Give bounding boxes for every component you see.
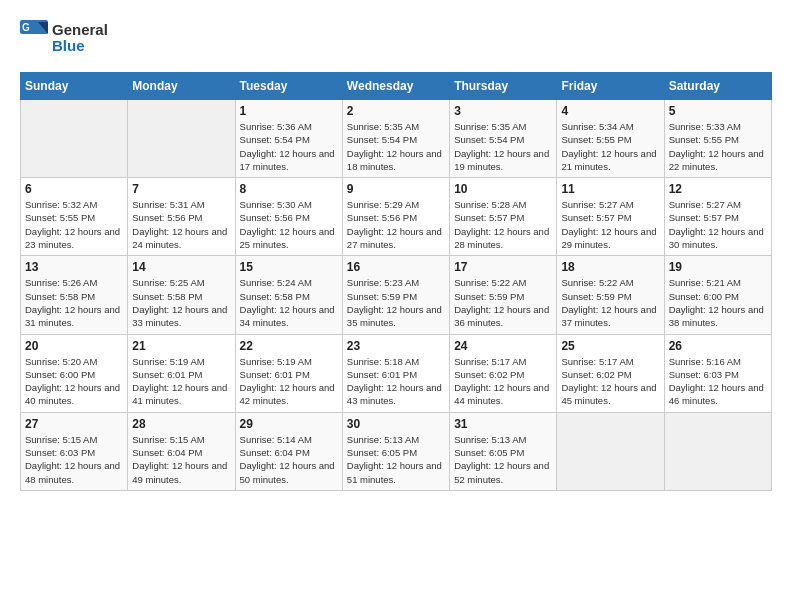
day-number: 6 <box>25 182 123 196</box>
logo-icon: G <box>20 20 50 56</box>
day-number: 23 <box>347 339 445 353</box>
calendar-week-1: 1Sunrise: 5:36 AMSunset: 5:54 PMDaylight… <box>21 100 772 178</box>
weekday-header-sunday: Sunday <box>21 73 128 100</box>
day-details: Sunrise: 5:20 AMSunset: 6:00 PMDaylight:… <box>25 356 120 407</box>
day-number: 16 <box>347 260 445 274</box>
day-number: 29 <box>240 417 338 431</box>
weekday-header-wednesday: Wednesday <box>342 73 449 100</box>
weekday-header-saturday: Saturday <box>664 73 771 100</box>
calendar-cell: 27Sunrise: 5:15 AMSunset: 6:03 PMDayligh… <box>21 412 128 490</box>
day-details: Sunrise: 5:19 AMSunset: 6:01 PMDaylight:… <box>240 356 335 407</box>
day-details: Sunrise: 5:22 AMSunset: 5:59 PMDaylight:… <box>561 277 656 328</box>
day-number: 4 <box>561 104 659 118</box>
logo: G General Blue <box>20 20 108 56</box>
day-number: 20 <box>25 339 123 353</box>
day-details: Sunrise: 5:24 AMSunset: 5:58 PMDaylight:… <box>240 277 335 328</box>
day-number: 31 <box>454 417 552 431</box>
calendar-cell: 16Sunrise: 5:23 AMSunset: 5:59 PMDayligh… <box>342 256 449 334</box>
weekday-header-friday: Friday <box>557 73 664 100</box>
calendar-cell: 31Sunrise: 5:13 AMSunset: 6:05 PMDayligh… <box>450 412 557 490</box>
calendar-cell: 17Sunrise: 5:22 AMSunset: 5:59 PMDayligh… <box>450 256 557 334</box>
calendar-cell: 12Sunrise: 5:27 AMSunset: 5:57 PMDayligh… <box>664 178 771 256</box>
day-number: 2 <box>347 104 445 118</box>
logo-text: General Blue <box>52 22 108 55</box>
day-number: 8 <box>240 182 338 196</box>
day-number: 18 <box>561 260 659 274</box>
calendar-cell: 20Sunrise: 5:20 AMSunset: 6:00 PMDayligh… <box>21 334 128 412</box>
weekday-header-tuesday: Tuesday <box>235 73 342 100</box>
calendar-cell: 13Sunrise: 5:26 AMSunset: 5:58 PMDayligh… <box>21 256 128 334</box>
day-details: Sunrise: 5:35 AMSunset: 5:54 PMDaylight:… <box>454 121 549 172</box>
day-details: Sunrise: 5:29 AMSunset: 5:56 PMDaylight:… <box>347 199 442 250</box>
day-number: 5 <box>669 104 767 118</box>
calendar-cell: 9Sunrise: 5:29 AMSunset: 5:56 PMDaylight… <box>342 178 449 256</box>
day-number: 3 <box>454 104 552 118</box>
calendar-cell <box>557 412 664 490</box>
day-details: Sunrise: 5:19 AMSunset: 6:01 PMDaylight:… <box>132 356 227 407</box>
calendar-cell: 21Sunrise: 5:19 AMSunset: 6:01 PMDayligh… <box>128 334 235 412</box>
day-number: 14 <box>132 260 230 274</box>
svg-text:G: G <box>22 22 30 33</box>
day-details: Sunrise: 5:17 AMSunset: 6:02 PMDaylight:… <box>454 356 549 407</box>
calendar-cell: 22Sunrise: 5:19 AMSunset: 6:01 PMDayligh… <box>235 334 342 412</box>
calendar-cell: 15Sunrise: 5:24 AMSunset: 5:58 PMDayligh… <box>235 256 342 334</box>
day-number: 25 <box>561 339 659 353</box>
day-details: Sunrise: 5:31 AMSunset: 5:56 PMDaylight:… <box>132 199 227 250</box>
calendar-cell: 1Sunrise: 5:36 AMSunset: 5:54 PMDaylight… <box>235 100 342 178</box>
day-number: 11 <box>561 182 659 196</box>
logo: G General Blue <box>20 20 108 56</box>
day-details: Sunrise: 5:33 AMSunset: 5:55 PMDaylight:… <box>669 121 764 172</box>
calendar-cell: 6Sunrise: 5:32 AMSunset: 5:55 PMDaylight… <box>21 178 128 256</box>
day-details: Sunrise: 5:15 AMSunset: 6:04 PMDaylight:… <box>132 434 227 485</box>
day-number: 9 <box>347 182 445 196</box>
calendar-cell: 25Sunrise: 5:17 AMSunset: 6:02 PMDayligh… <box>557 334 664 412</box>
calendar-cell: 26Sunrise: 5:16 AMSunset: 6:03 PMDayligh… <box>664 334 771 412</box>
day-details: Sunrise: 5:15 AMSunset: 6:03 PMDaylight:… <box>25 434 120 485</box>
weekday-header-monday: Monday <box>128 73 235 100</box>
day-details: Sunrise: 5:36 AMSunset: 5:54 PMDaylight:… <box>240 121 335 172</box>
calendar-cell: 5Sunrise: 5:33 AMSunset: 5:55 PMDaylight… <box>664 100 771 178</box>
day-details: Sunrise: 5:14 AMSunset: 6:04 PMDaylight:… <box>240 434 335 485</box>
calendar-cell: 4Sunrise: 5:34 AMSunset: 5:55 PMDaylight… <box>557 100 664 178</box>
day-number: 15 <box>240 260 338 274</box>
calendar-week-5: 27Sunrise: 5:15 AMSunset: 6:03 PMDayligh… <box>21 412 772 490</box>
day-number: 21 <box>132 339 230 353</box>
day-details: Sunrise: 5:13 AMSunset: 6:05 PMDaylight:… <box>347 434 442 485</box>
day-number: 10 <box>454 182 552 196</box>
day-number: 28 <box>132 417 230 431</box>
calendar-week-4: 20Sunrise: 5:20 AMSunset: 6:00 PMDayligh… <box>21 334 772 412</box>
day-number: 13 <box>25 260 123 274</box>
calendar-cell <box>128 100 235 178</box>
calendar-cell: 28Sunrise: 5:15 AMSunset: 6:04 PMDayligh… <box>128 412 235 490</box>
calendar-cell: 3Sunrise: 5:35 AMSunset: 5:54 PMDaylight… <box>450 100 557 178</box>
day-details: Sunrise: 5:16 AMSunset: 6:03 PMDaylight:… <box>669 356 764 407</box>
calendar-table: SundayMondayTuesdayWednesdayThursdayFrid… <box>20 72 772 491</box>
calendar-cell: 23Sunrise: 5:18 AMSunset: 6:01 PMDayligh… <box>342 334 449 412</box>
calendar-cell: 24Sunrise: 5:17 AMSunset: 6:02 PMDayligh… <box>450 334 557 412</box>
calendar-cell: 8Sunrise: 5:30 AMSunset: 5:56 PMDaylight… <box>235 178 342 256</box>
page-header: G General Blue <box>20 20 772 56</box>
day-details: Sunrise: 5:27 AMSunset: 5:57 PMDaylight:… <box>669 199 764 250</box>
calendar-cell: 18Sunrise: 5:22 AMSunset: 5:59 PMDayligh… <box>557 256 664 334</box>
calendar-cell: 30Sunrise: 5:13 AMSunset: 6:05 PMDayligh… <box>342 412 449 490</box>
day-number: 12 <box>669 182 767 196</box>
logo-general: General <box>52 22 108 39</box>
day-details: Sunrise: 5:25 AMSunset: 5:58 PMDaylight:… <box>132 277 227 328</box>
calendar-cell: 10Sunrise: 5:28 AMSunset: 5:57 PMDayligh… <box>450 178 557 256</box>
day-details: Sunrise: 5:23 AMSunset: 5:59 PMDaylight:… <box>347 277 442 328</box>
weekday-header-thursday: Thursday <box>450 73 557 100</box>
calendar-cell <box>664 412 771 490</box>
calendar-cell: 2Sunrise: 5:35 AMSunset: 5:54 PMDaylight… <box>342 100 449 178</box>
calendar-cell: 7Sunrise: 5:31 AMSunset: 5:56 PMDaylight… <box>128 178 235 256</box>
day-number: 19 <box>669 260 767 274</box>
day-details: Sunrise: 5:17 AMSunset: 6:02 PMDaylight:… <box>561 356 656 407</box>
day-details: Sunrise: 5:21 AMSunset: 6:00 PMDaylight:… <box>669 277 764 328</box>
day-number: 30 <box>347 417 445 431</box>
calendar-cell: 11Sunrise: 5:27 AMSunset: 5:57 PMDayligh… <box>557 178 664 256</box>
day-number: 17 <box>454 260 552 274</box>
day-number: 1 <box>240 104 338 118</box>
day-number: 7 <box>132 182 230 196</box>
day-details: Sunrise: 5:13 AMSunset: 6:05 PMDaylight:… <box>454 434 549 485</box>
calendar-cell <box>21 100 128 178</box>
calendar-week-3: 13Sunrise: 5:26 AMSunset: 5:58 PMDayligh… <box>21 256 772 334</box>
